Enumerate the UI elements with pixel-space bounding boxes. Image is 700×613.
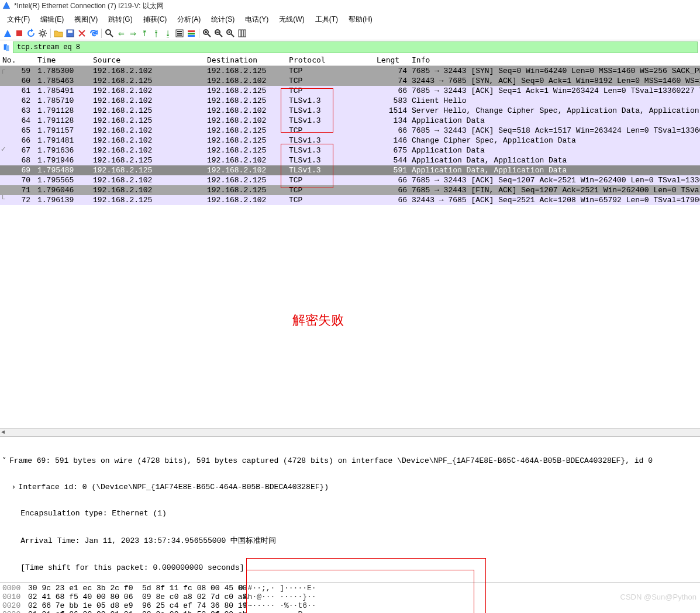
close-icon[interactable] <box>77 28 87 39</box>
svg-marker-0 <box>3 2 9 8</box>
col-protocol[interactable]: Protocol <box>287 54 374 65</box>
col-no[interactable]: No. <box>0 54 35 65</box>
toolbar: ⇐ ⇒ ⤒ ⭱ ⭳ <box>0 27 700 40</box>
col-destination[interactable]: Destination <box>205 54 287 65</box>
packet-row[interactable]: 641.791128192.168.2.125192.168.2.102TLSv… <box>0 116 700 126</box>
svg-point-3 <box>41 32 44 35</box>
resize-columns-icon[interactable] <box>237 28 247 39</box>
titlebar: *Intel(R) Ethernet Connection (7) I219-V… <box>0 0 700 12</box>
col-time[interactable]: Time <box>35 54 91 65</box>
menubar: 文件(F) 编辑(E) 视图(V) 跳转(G) 捕获(C) 分析(A) 统计(S… <box>0 12 700 27</box>
col-source[interactable]: Source <box>91 54 205 65</box>
packet-list-body[interactable]: 解密失败 ┌591.785300192.168.2.102192.168.2.1… <box>0 66 700 428</box>
find-icon[interactable] <box>104 28 115 39</box>
menu-help[interactable]: 帮助(H) <box>344 13 377 26</box>
toolbar-separator <box>50 29 51 38</box>
svg-marker-1 <box>4 30 11 37</box>
hex-row[interactable]: 002002 66 7e bb 1e 05 d8 e9 96 25 c4 ef … <box>0 601 700 610</box>
zoom-out-icon[interactable] <box>213 28 224 39</box>
encapsulation-type[interactable]: Encapsulation type: Ethernet (1) <box>0 509 700 518</box>
display-filter-input[interactable] <box>13 41 698 53</box>
packet-bytes-pane[interactable]: 000030 9c 23 e1 ec 3b 2c f0 5d 8f 11 fc … <box>0 582 700 613</box>
packet-row[interactable]: 631.791128192.168.2.125192.168.2.102TLSv… <box>0 106 700 116</box>
packet-row[interactable]: 621.785710192.168.2.102192.168.2.125TLSv… <box>0 96 700 106</box>
svg-rect-19 <box>244 30 246 37</box>
menu-view[interactable]: 视图(V) <box>70 13 102 26</box>
stop-capture-icon[interactable] <box>14 28 25 39</box>
filter-bar <box>0 40 700 54</box>
hex-row[interactable]: 000030 9c 23 e1 ec 3b 2c f0 5d 8f 11 fc … <box>0 584 700 593</box>
horizontal-scrollbar[interactable] <box>0 428 700 437</box>
start-capture-icon[interactable] <box>2 28 13 39</box>
chevron-right-icon[interactable]: › <box>12 483 19 491</box>
auto-scroll-icon[interactable] <box>174 28 185 39</box>
svg-rect-10 <box>177 34 182 36</box>
packet-row[interactable]: └721.796139192.168.2.125192.168.2.102TCP… <box>0 195 700 205</box>
packet-row[interactable]: 601.785463192.168.2.125192.168.2.102TCP7… <box>0 76 700 86</box>
go-first-icon[interactable]: ⭱ <box>151 28 161 39</box>
menu-go[interactable]: 跳转(G) <box>104 13 137 26</box>
svg-rect-13 <box>188 35 195 37</box>
open-icon[interactable] <box>53 28 64 39</box>
reload-icon[interactable] <box>88 28 99 39</box>
zoom-in-icon[interactable] <box>202 28 212 39</box>
zoom-reset-icon[interactable] <box>225 28 236 39</box>
packet-row[interactable]: 651.791157192.168.2.102192.168.2.125TCP6… <box>0 126 700 136</box>
interface-id[interactable]: ›Interface id: 0 (\Device\NPF_{1AF74E8E-… <box>0 483 700 491</box>
menu-statistics[interactable]: 统计(S) <box>206 13 239 26</box>
svg-rect-2 <box>16 30 22 36</box>
go-back-icon[interactable]: ⇐ <box>116 28 126 39</box>
col-info[interactable]: Info <box>409 54 700 65</box>
chevron-down-icon[interactable]: ˅ <box>2 456 9 465</box>
svg-rect-8 <box>177 31 182 32</box>
packet-details-pane[interactable]: ˅Frame 69: 591 bytes on wire (4728 bits)… <box>0 437 700 582</box>
go-forward-icon[interactable]: ⇒ <box>127 28 138 39</box>
svg-rect-21 <box>6 46 9 51</box>
col-length[interactable]: Lengt <box>374 54 409 65</box>
packet-row[interactable]: 711.796046192.168.2.102192.168.2.125TCP6… <box>0 185 700 195</box>
packet-list[interactable]: No. Time Source Destination Protocol Len… <box>0 54 700 437</box>
arrival-time[interactable]: Arrival Time: Jan 11, 2023 13:57:34.9565… <box>0 535 700 546</box>
packet-row[interactable]: 681.791946192.168.2.125192.168.2.102TLSv… <box>0 155 700 165</box>
frame-summary[interactable]: ˅Frame 69: 591 bytes on wire (4728 bits)… <box>0 456 700 465</box>
toolbar-separator <box>101 29 102 38</box>
toolbar-separator <box>199 29 199 38</box>
packet-row[interactable]: 701.795565192.168.2.102192.168.2.125TCP6… <box>0 175 700 185</box>
menu-tools[interactable]: 工具(T) <box>311 13 343 26</box>
go-to-packet-icon[interactable]: ⤒ <box>139 28 150 39</box>
hex-row[interactable]: 003001 01 ef 86 00 00 01 01 08 0a 00 1b … <box>0 610 700 613</box>
svg-rect-17 <box>239 30 241 37</box>
packet-list-header: No. Time Source Destination Protocol Len… <box>0 54 700 66</box>
app-icon <box>2 1 11 11</box>
packet-row[interactable]: 691.795489192.168.2.125192.168.2.102TLSv… <box>0 165 700 175</box>
packet-row[interactable]: ┌591.785300192.168.2.102192.168.2.125TCP… <box>0 66 700 76</box>
svg-point-6 <box>106 30 111 34</box>
annotation-text: 解密失败 <box>292 311 344 329</box>
time-shift[interactable]: [Time shift for this packet: 0.000000000… <box>0 563 700 572</box>
menu-telephony[interactable]: 电话(Y) <box>240 13 273 26</box>
packet-row[interactable]: 661.791481192.168.2.102192.168.2.125TLSv… <box>0 136 700 146</box>
menu-wireless[interactable]: 无线(W) <box>274 13 309 26</box>
restart-capture-icon[interactable] <box>26 28 36 39</box>
menu-edit[interactable]: 编辑(E) <box>36 13 68 26</box>
packet-row[interactable]: ✓671.791636192.168.2.102192.168.2.125TLS… <box>0 146 700 155</box>
svg-rect-9 <box>177 33 182 34</box>
bookmark-icon[interactable] <box>2 43 11 51</box>
svg-rect-5 <box>68 30 73 33</box>
menu-analyze[interactable]: 分析(A) <box>173 13 205 26</box>
svg-rect-12 <box>188 33 195 34</box>
window-title: *Intel(R) Ethernet Connection (7) I219-V… <box>14 1 164 11</box>
svg-rect-18 <box>242 30 243 37</box>
menu-capture[interactable]: 捕获(C) <box>139 13 172 26</box>
options-icon[interactable] <box>37 28 48 39</box>
go-last-icon[interactable]: ⭳ <box>163 28 173 39</box>
colorize-icon[interactable] <box>186 28 196 39</box>
packet-row[interactable]: 611.785491192.168.2.102192.168.2.125TCP6… <box>0 86 700 96</box>
hex-row[interactable]: 001002 41 68 f5 40 00 80 06 09 8e c0 a8 … <box>0 593 700 601</box>
svg-rect-11 <box>188 30 195 32</box>
menu-file[interactable]: 文件(F) <box>2 13 35 26</box>
save-icon[interactable] <box>65 28 75 39</box>
